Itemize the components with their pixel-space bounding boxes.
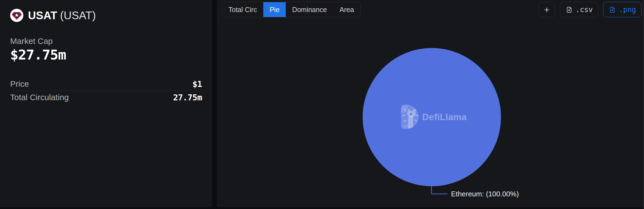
total-circulating-label: Total Circulating [10, 93, 69, 102]
tab-total-circ[interactable]: Total Circ [222, 2, 263, 17]
price-row: Price $1 [10, 77, 202, 91]
chart-toolbar: Total Circ Pie Dominance Area + .csv [222, 2, 642, 17]
plus-icon: + [544, 4, 550, 15]
total-circulating-value: 27.75m [173, 93, 202, 102]
tab-dominance[interactable]: Dominance [286, 2, 333, 17]
token-header: USAT(USAT) [10, 9, 202, 22]
file-download-icon [609, 6, 616, 13]
csv-button-label: .csv [576, 5, 593, 14]
market-cap-label: Market Cap [10, 36, 202, 46]
png-button-label: .png [619, 5, 636, 14]
page-title: USAT(USAT) [28, 9, 96, 22]
defillama-watermark-text: DefiLlama [422, 112, 467, 122]
download-png-button[interactable]: .png [603, 2, 642, 17]
pie-chart: DefiLlama Ethereum: (100.00%) [217, 0, 644, 207]
slice-label: Ethereum: (100.00%) [451, 190, 519, 198]
add-chart-button[interactable]: + [539, 2, 555, 17]
scrollbar-track[interactable] [643, 0, 644, 209]
total-circulating-row: Total Circulating 27.75m [10, 91, 202, 104]
download-csv-button[interactable]: .csv [560, 2, 598, 17]
page-layout: USAT(USAT) Market Cap $27.75m Price $1 T… [0, 0, 644, 207]
tab-area[interactable]: Area [333, 2, 360, 17]
market-cap-value: $27.75m [10, 47, 202, 63]
token-stats-panel: USAT(USAT) Market Cap $27.75m Price $1 T… [0, 0, 212, 207]
chart-tab-group: Total Circ Pie Dominance Area [222, 2, 361, 17]
token-symbol: (USAT) [60, 9, 96, 21]
slice-label-leader-line [432, 185, 447, 194]
chart-panel: Total Circ Pie Dominance Area + .csv [217, 0, 644, 207]
token-name: USAT [28, 9, 57, 21]
file-download-icon [565, 6, 573, 13]
price-value: $1 [192, 79, 202, 89]
tab-pie[interactable]: Pie [263, 2, 286, 17]
token-logo-usat [10, 9, 23, 22]
export-actions: + .csv .png [539, 2, 642, 17]
stat-rows: Price $1 Total Circulating 27.75m [10, 77, 202, 104]
price-label: Price [10, 79, 29, 89]
